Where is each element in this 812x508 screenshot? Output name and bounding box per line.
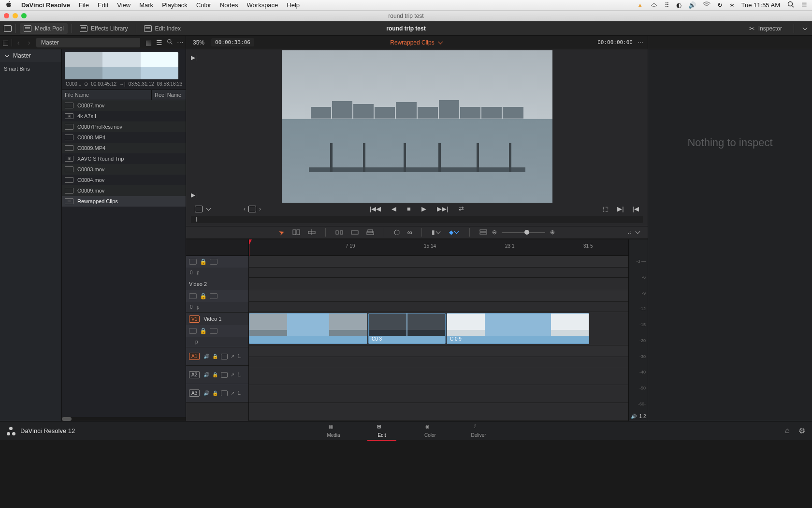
link-icon[interactable]: ∞ xyxy=(407,228,412,236)
page-tab-media[interactable]: ▦Media xyxy=(309,421,358,441)
menu-nodes[interactable]: Nodes xyxy=(220,1,238,9)
media-pool-scrollbar[interactable] xyxy=(62,417,186,421)
audio-mixer-icon[interactable]: ♫ xyxy=(627,229,632,236)
view-thumbnails-icon[interactable]: ▦ xyxy=(143,39,154,46)
bin-breadcrumb[interactable]: Master xyxy=(36,38,140,47)
auto-select-icon[interactable] xyxy=(210,328,218,334)
timemachine-icon[interactable]: ↻ xyxy=(717,1,723,9)
replace-clip-icon[interactable] xyxy=(366,229,374,236)
lock-icon[interactable]: 🔒 xyxy=(200,258,207,265)
play-button[interactable]: ▶ xyxy=(421,205,426,212)
menu-file[interactable]: File xyxy=(79,1,89,9)
lock-icon[interactable]: 🔒 xyxy=(212,354,218,359)
track-dest-a2[interactable]: A2 xyxy=(189,371,200,378)
menu-workspace[interactable]: Workspace xyxy=(247,1,278,9)
status-icon[interactable]: ▲ xyxy=(637,1,643,9)
auto-select-icon[interactable] xyxy=(210,293,218,299)
track-label-v2[interactable]: Video 2 xyxy=(189,281,207,287)
track-enable-icon[interactable] xyxy=(189,259,197,265)
dropbox-icon[interactable]: ⠿ xyxy=(665,1,669,9)
track-enable-icon[interactable] xyxy=(189,293,197,299)
clock[interactable]: Tue 11:55 AM xyxy=(741,1,780,9)
insert-overlay-icon[interactable]: ⬚ xyxy=(603,205,609,212)
trim-tool-icon[interactable] xyxy=(292,229,300,236)
inspector-toggle[interactable]: ✂Inspector xyxy=(745,23,786,34)
lock-icon[interactable]: 🔒 xyxy=(200,293,207,299)
page-tab-deliver[interactable]: ⤴Deliver xyxy=(454,421,503,441)
track-dest-a3[interactable]: A3 xyxy=(189,389,200,397)
match-frame-icon[interactable] xyxy=(195,206,203,212)
lock-icon[interactable]: 🔒 xyxy=(200,328,207,334)
media-list-row[interactable]: C0007ProRes.mov xyxy=(62,121,186,132)
go-first-button[interactable]: |◀◀ xyxy=(370,205,381,212)
menu-help[interactable]: Help xyxy=(287,1,300,9)
viewer-mode-icon[interactable] xyxy=(248,206,256,212)
prev-edit-button[interactable]: ▶| xyxy=(617,205,624,212)
layout-preset-icon[interactable] xyxy=(4,25,12,32)
window-zoom-button[interactable] xyxy=(21,13,27,18)
display-icon[interactable]: ◐ xyxy=(676,1,682,9)
menu-view[interactable]: View xyxy=(117,1,130,9)
page-tab-edit[interactable]: ⊞Edit xyxy=(358,421,406,441)
search-icon[interactable] xyxy=(164,39,175,46)
source-viewer[interactable]: ▶| ▶| xyxy=(186,49,648,203)
zoom-out-button[interactable]: ⊖ xyxy=(492,229,497,236)
bin-nav-fwd[interactable]: › xyxy=(24,39,34,46)
viewer-options-icon[interactable]: ⋯ xyxy=(638,39,644,46)
jog-bar[interactable] xyxy=(191,216,643,223)
timeline-clip[interactable] xyxy=(249,313,367,344)
media-list-row[interactable]: C0003.mov xyxy=(62,164,186,175)
col-reelname[interactable]: Reel Name xyxy=(152,90,186,100)
window-close-button[interactable] xyxy=(4,13,9,18)
blade-tool-icon[interactable] xyxy=(308,229,316,236)
track-dest-a1[interactable]: A1 xyxy=(189,353,200,360)
media-list-row[interactable]: C0009.mov xyxy=(62,185,186,196)
snapping-icon[interactable]: ⬡ xyxy=(394,228,400,236)
next-edit-button[interactable]: |◀ xyxy=(633,205,639,212)
last-frame-icon[interactable]: ▶| xyxy=(191,192,197,198)
nvidia-icon[interactable] xyxy=(650,0,658,10)
menu-edit[interactable]: Edit xyxy=(98,1,108,9)
zoom-slider[interactable] xyxy=(502,232,545,233)
selection-tool-icon[interactable]: ➤ xyxy=(277,228,286,237)
window-minimize-button[interactable] xyxy=(13,13,18,18)
insert-clip-icon[interactable] xyxy=(335,229,343,236)
viewer-clip-selector[interactable]: Rewrapped Clips xyxy=(390,39,443,46)
bluetooth-icon[interactable]: ∗ xyxy=(729,1,735,9)
sidebar-smart-bins[interactable]: Smart Bins xyxy=(0,62,61,75)
step-back-button[interactable]: ◀ xyxy=(392,205,396,212)
menu-playback[interactable]: Playback xyxy=(162,1,188,9)
first-frame-icon[interactable]: ▶| xyxy=(191,54,197,61)
bin-layout-icon[interactable]: ▥ xyxy=(0,39,11,46)
loop-button[interactable]: ⇄ xyxy=(459,205,464,212)
clip-thumbnail[interactable] xyxy=(65,52,178,79)
timeline-clip[interactable]: C 0 9 xyxy=(447,313,589,344)
track-enable-icon[interactable] xyxy=(189,328,197,334)
bin-nav-back[interactable]: ‹ xyxy=(13,39,24,46)
stop-button[interactable]: ■ xyxy=(407,205,411,212)
menu-mark[interactable]: Mark xyxy=(139,1,153,9)
sidebar-root-bin[interactable]: Master xyxy=(0,49,61,62)
project-settings-icon[interactable]: ⚙ xyxy=(798,426,805,435)
notification-center-icon[interactable]: ☰ xyxy=(801,1,807,9)
menu-color[interactable]: Color xyxy=(196,1,211,9)
media-list-row[interactable]: ⊞Rewrapped Clips xyxy=(62,196,186,207)
view-list-icon[interactable]: ☰ xyxy=(154,39,164,46)
media-pool-toggle[interactable]: Media Pool xyxy=(20,23,68,34)
zoom-in-button[interactable]: ⊕ xyxy=(550,229,555,236)
timeline-ruler[interactable]: 7 19 15 14 23 1 31 5 xyxy=(249,239,628,256)
bin-options-icon[interactable]: ⋯ xyxy=(175,39,186,46)
effects-library-toggle[interactable]: Effects Library xyxy=(76,23,131,34)
track-dest-v1[interactable]: V1 xyxy=(189,315,200,323)
meter-volume-icon[interactable]: 🔊 xyxy=(631,414,637,419)
media-list-row[interactable]: C0008.MP4 xyxy=(62,132,186,143)
timeline-lanes[interactable]: 7 19 15 14 23 1 31 5 C0 3C 0 9 xyxy=(249,239,628,421)
playhead[interactable] xyxy=(249,239,252,245)
media-list-row[interactable]: ▣4k A7sII xyxy=(62,111,186,121)
timeline-clip[interactable]: C0 3 xyxy=(368,313,446,344)
timeline-view-options-icon[interactable] xyxy=(479,229,487,236)
auto-select-icon[interactable] xyxy=(210,259,218,265)
go-last-button[interactable]: ▶▶| xyxy=(437,205,448,212)
media-list-row[interactable]: C0004.mov xyxy=(62,175,186,185)
apple-menu-icon[interactable] xyxy=(5,0,13,10)
